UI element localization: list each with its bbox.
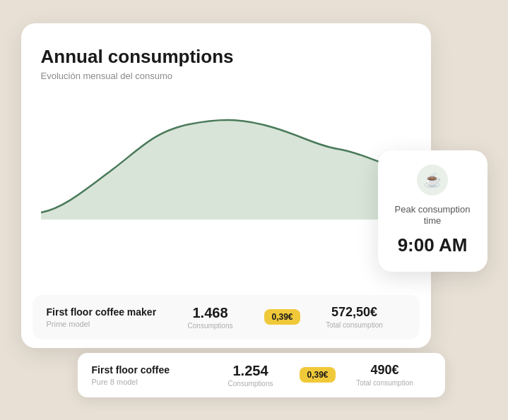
row-total-2: 490€ Total consumption: [339, 363, 431, 387]
row-badge-1: 0,39€: [261, 309, 304, 325]
peak-time: 9:00 AM: [398, 234, 468, 256]
data-rows: First floor coffee maker Prime model 1.4…: [21, 295, 431, 348]
main-card: Annual consumptions Evolución mensual de…: [21, 23, 431, 348]
row-badge-2: 0,39€: [297, 367, 339, 383]
row-name-2: First floor coffee Pure 8 model: [92, 364, 205, 386]
card-title: Annual consumptions: [41, 46, 411, 68]
row-consumptions-2: 1.254 Consumptions: [205, 363, 297, 388]
coffee-icon: ☕: [417, 164, 448, 196]
table-row: First floor coffee maker Prime model 1.4…: [33, 295, 420, 340]
row-model-1: Prime model: [47, 320, 160, 328]
card-subtitle: Evolución mensual del consumo: [41, 71, 411, 81]
second-row-card: First floor coffee Pure 8 model 1.254 Co…: [78, 353, 445, 397]
peak-consumption-card: ☕ Peak consumption time 9:00 AM: [378, 150, 488, 272]
consumptions-label-2: Consumptions: [205, 380, 297, 388]
row-total-1: 572,50€ Total consumption: [304, 305, 406, 329]
consumptions-value-2: 1.254: [205, 363, 297, 378]
row-name-title-2: First floor coffee: [92, 364, 205, 376]
total-label-1: Total consumption: [304, 321, 406, 329]
badge-2: 0,39€: [300, 367, 335, 383]
badge-1: 0,39€: [264, 309, 300, 325]
row-name-1: First floor coffee maker Prime model: [47, 306, 160, 328]
row-model-2: Pure 8 model: [92, 378, 205, 386]
row-consumptions-1: 1.468 Consumptions: [160, 305, 261, 330]
chart-area: [41, 92, 411, 220]
total-label-2: Total consumption: [339, 379, 431, 387]
total-value-2: 490€: [339, 363, 431, 378]
row-name-title-1: First floor coffee maker: [47, 306, 160, 318]
total-value-1: 572,50€: [304, 305, 406, 320]
consumptions-label-1: Consumptions: [160, 322, 261, 330]
consumptions-value-1: 1.468: [160, 305, 261, 320]
peak-label: Peak consumption time: [391, 204, 475, 228]
